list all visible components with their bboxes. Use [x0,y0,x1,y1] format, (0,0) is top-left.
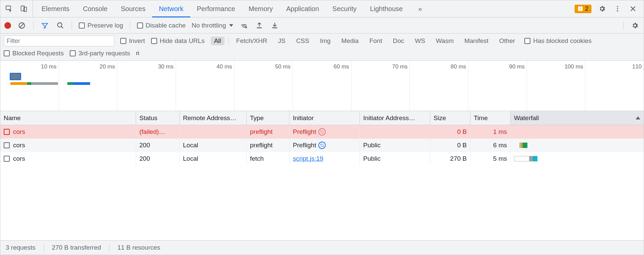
separator [72,21,72,30]
col-size[interactable]: Size [430,111,470,125]
network-overview[interactable]: 10 ms20 ms30 ms40 ms50 ms60 ms70 ms80 ms… [0,61,644,111]
tab-elements[interactable]: Elements [35,0,76,17]
svg-point-6 [617,6,618,7]
type-filter-css[interactable]: CSS [293,37,313,45]
col-initiator[interactable]: Initiator [289,111,360,125]
type-filter-all[interactable]: All [211,37,224,45]
search-icon[interactable] [56,21,65,30]
tab-performance[interactable]: Performance [190,0,242,17]
status-transferred: 270 B transferred [52,244,101,251]
filter-input[interactable] [4,36,114,46]
type-filter-fetchxhr[interactable]: Fetch/XHR [233,37,271,45]
record-button[interactable] [4,22,11,29]
table-cell: script.js:19 [289,152,360,165]
hide-data-urls-checkbox[interactable]: Hide data URLs [151,37,205,45]
table-cell: preflight [247,139,289,152]
waterfall-cell [511,152,644,165]
status-resources: 11 B resources [118,244,160,251]
device-toolbar-icon[interactable] [19,4,28,13]
col-waterfall[interactable]: Waterfall [511,111,644,125]
table-row[interactable]: cors200LocalpreflightPreflightPublic0 B6… [0,139,644,152]
separator [44,244,44,251]
request-name: cors [13,128,25,136]
table-row[interactable]: cors200Localfetchscript.js:19Public270 B… [0,152,644,165]
has-blocked-cookies-checkbox[interactable]: Has blocked cookies [524,37,591,45]
type-filter-manifest[interactable]: Manifest [461,37,492,45]
col-remote-address[interactable]: Remote Address… [180,111,247,125]
inspect-element-icon[interactable] [4,4,14,13]
tab-lighthouse[interactable]: Lighthouse [363,0,409,17]
type-filter-wasm[interactable]: Wasm [433,37,457,45]
svg-rect-12 [257,27,262,28]
type-filter-js[interactable]: JS [275,37,289,45]
throttling-select[interactable]: No throttling [192,22,233,29]
table-cell: preflight [247,125,289,139]
table-cell: Local [180,152,247,165]
more-tabs-button[interactable]: » [411,0,429,17]
overview-tick-label: 90 ms [509,63,524,70]
svg-rect-0 [6,6,11,10]
tabstrip-left-icons [0,0,33,17]
type-filter-other[interactable]: Other [496,37,519,45]
table-row[interactable]: cors(failed)…preflightPreflight0 B1 ms [0,125,644,139]
tab-application[interactable]: Application [279,0,326,17]
has-blocked-cookies-label: Has blocked cookies [533,37,591,45]
table-cell: Public [360,152,430,165]
file-icon [4,156,10,162]
file-icon [4,129,10,135]
col-initiator-address[interactable]: Initiator Address… [360,111,430,125]
tab-console[interactable]: Console [76,0,114,17]
network-request-table: Name Status Remote Address… Type Initiat… [0,111,644,241]
overview-bar [67,82,73,85]
sort-asc-icon [636,116,640,119]
col-type[interactable]: Type [247,111,289,125]
filter-icon[interactable] [40,21,50,30]
svg-point-7 [617,8,618,9]
network-settings-icon[interactable] [630,21,640,30]
preserve-log-checkbox[interactable]: Preserve log [79,22,123,29]
checkbox-icon [70,50,76,56]
tab-sources[interactable]: Sources [114,0,152,17]
invert-checkbox[interactable]: Invert [120,37,145,45]
overview-bar [27,82,31,85]
table-cell: Public [360,139,430,152]
settings-icon[interactable] [597,4,607,13]
tab-network[interactable]: Network [152,0,190,17]
close-devtools-icon[interactable] [628,4,638,13]
export-har-icon[interactable] [270,21,279,30]
request-name: cors [13,155,25,162]
col-status[interactable]: Status [136,111,180,125]
issues-badge[interactable]: 2 [575,5,591,13]
tab-memory[interactable]: Memory [242,0,279,17]
initiator-link[interactable]: script.js:19 [293,155,323,162]
import-har-icon[interactable] [255,21,264,30]
table-cell: fetch [247,152,289,165]
table-cell: Preflight [289,139,360,152]
kebab-menu-icon[interactable] [613,4,622,13]
overview-tick: 70 ms [351,61,410,111]
col-name[interactable]: Name [0,111,136,125]
type-filter-ws[interactable]: WS [411,37,429,45]
overview-selection[interactable] [10,73,21,80]
panel-tabstrip: ElementsConsoleSourcesNetworkPerformance… [0,0,644,17]
table-cell: 200 [136,152,180,165]
third-party-checkbox[interactable]: 3rd-party requests [70,50,130,57]
type-filter-doc[interactable]: Doc [389,37,407,45]
col-waterfall-label: Waterfall [514,114,539,122]
overview-tick-label: 30 ms [158,63,174,70]
table-cell: Local [180,139,247,152]
separator [33,21,34,30]
table-cell: 0 B [430,125,470,139]
clear-button[interactable] [17,21,26,30]
type-filter-media[interactable]: Media [338,37,362,45]
type-filter-font[interactable]: Font [366,37,385,45]
blocked-requests-checkbox[interactable]: Blocked Requests [4,50,64,57]
network-conditions-icon[interactable] [239,21,249,30]
table-cell [180,125,247,139]
type-filter-img[interactable]: Img [317,37,334,45]
overview-tick: 50 ms [235,61,293,111]
col-time[interactable]: Time [470,111,511,125]
overview-tick-label: 20 ms [100,63,115,70]
tab-security[interactable]: Security [326,0,363,17]
disable-cache-checkbox[interactable]: Disable cache [137,22,186,29]
